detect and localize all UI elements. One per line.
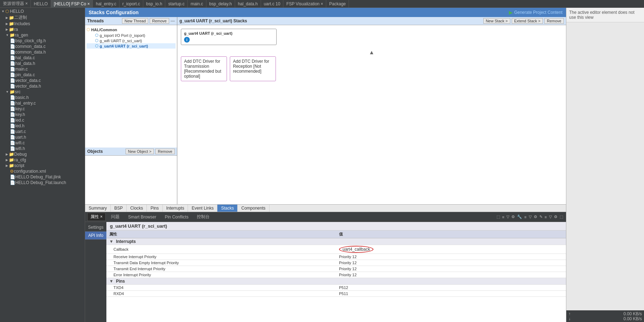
props-tab-smart-browser[interactable]: Smart Browser bbox=[125, 213, 159, 221]
sidebar-item-uart-c[interactable]: 📄 uart.c bbox=[0, 129, 85, 134]
tab-main[interactable]: main.c bbox=[188, 0, 206, 8]
sidebar-item-script[interactable]: ▶ 📁 script bbox=[0, 163, 85, 168]
new-object-button[interactable]: New Object > bbox=[126, 149, 154, 154]
sidebar-item-led-c[interactable]: 📄 led.c bbox=[0, 117, 85, 123]
dtc-transmit-block[interactable]: Add DTC Driver for Transmission [Recomme… bbox=[181, 56, 227, 81]
props-toolbar-icon-10[interactable]: ≡ bbox=[544, 215, 548, 220]
props-toolbar-icon-1[interactable]: ⬚ bbox=[496, 214, 501, 220]
info-icon[interactable]: i bbox=[184, 37, 190, 43]
props-toolbar-icon-7[interactable]: ▽ bbox=[528, 214, 532, 220]
thread-icon: ⬡ bbox=[95, 44, 99, 48]
new-stack-button[interactable]: New Stack > bbox=[483, 18, 510, 24]
new-thread-button[interactable]: New Thread bbox=[122, 18, 148, 24]
sidebar-item-ra-cfg[interactable]: ▶ 📁 ra_cfg bbox=[0, 157, 85, 163]
sidebar-item-basic-h[interactable]: 📄 basic.h bbox=[0, 95, 85, 100]
tab-hello[interactable]: HELLO bbox=[31, 0, 51, 8]
minimize-threads-icon[interactable]: — bbox=[171, 18, 175, 23]
tab-fsp-co[interactable]: [HELLO] FSP Co × bbox=[51, 0, 93, 8]
sidebar-item-bsp-clock[interactable]: 📄 bsp_clock_cfg.h bbox=[0, 38, 85, 44]
sidebar-item-binary[interactable]: ▶ 📁 二进制 bbox=[0, 14, 85, 21]
sidebar-item-vector-data-h[interactable]: 📄 vector_data.h bbox=[0, 83, 85, 89]
row-transmit-empty-interrupt[interactable]: Transmit Data Empty Interrupt Priority P… bbox=[106, 260, 566, 266]
tab-hal-entry[interactable]: hal_entry.c bbox=[93, 0, 120, 8]
props-tab-console[interactable]: 控制台 bbox=[194, 213, 213, 221]
props-toolbar-icon-12[interactable]: ⚙ bbox=[553, 214, 558, 220]
thread-item-uart4[interactable]: ⬡ g_uart4 UART (r_sci_uart) bbox=[87, 43, 176, 49]
dtc-receive-block[interactable]: Add DTC Driver for Reception [Not recomm… bbox=[230, 56, 276, 81]
props-toolbar-icon-9[interactable]: ✎ bbox=[539, 214, 543, 220]
tab-r-ioport[interactable]: r_ioport.c bbox=[120, 0, 143, 8]
props-side-tab-api-info[interactable]: API Info bbox=[85, 232, 106, 240]
tab-fsp-visualization[interactable]: FSP Visualization × bbox=[283, 0, 326, 8]
props-toolbar-icon-6[interactable]: ≡ bbox=[523, 215, 527, 220]
props-toolbar-icon-8[interactable]: ⚙ bbox=[533, 214, 538, 220]
sidebar-item-main-c[interactable]: 📄 main.c bbox=[0, 66, 85, 72]
tab-bsp[interactable]: BSP bbox=[111, 205, 127, 212]
sidebar-item-uart-h[interactable]: 📄 uart.h bbox=[0, 134, 85, 140]
row-error-interrupt[interactable]: Error Interrupt Priority Priority 12 bbox=[106, 272, 566, 278]
row-transmit-end-interrupt[interactable]: Transmit End Interrupt Priority Priority… bbox=[106, 266, 566, 272]
props-toolbar-icon-13[interactable]: ⬚ bbox=[559, 214, 564, 220]
props-toolbar-icon-11[interactable]: ▽ bbox=[548, 214, 553, 220]
sidebar-item-hello[interactable]: ▼ ⬡ HELLO bbox=[0, 9, 85, 14]
tab-bsp-delay[interactable]: bsp_delay.h bbox=[206, 0, 235, 8]
tab-clocks[interactable]: Clocks bbox=[127, 205, 147, 212]
row-callback[interactable]: Callback uart4_callback bbox=[106, 245, 566, 254]
sidebar-item-jlink[interactable]: 📄 HELLO Debug_Flat.jlink bbox=[0, 174, 85, 180]
generate-project-button[interactable]: Generate Project Content bbox=[509, 10, 562, 15]
tab-components[interactable]: Components bbox=[238, 205, 269, 212]
tab-event-links[interactable]: Event Links bbox=[188, 205, 217, 212]
tab-stacks[interactable]: Stacks bbox=[217, 205, 238, 212]
sidebar-item-ra[interactable]: ▶ 📁 ra bbox=[0, 27, 85, 32]
sidebar-item-launch[interactable]: 📄 HELLO Debug_Flat.launch bbox=[0, 180, 85, 185]
sidebar-item-ra-gen[interactable]: ▼ 📁 ra_gen bbox=[0, 32, 85, 38]
remove-thread-button[interactable]: Remove bbox=[150, 18, 169, 24]
props-tab-issues[interactable]: 问题 bbox=[108, 213, 123, 221]
thread-item-wifi-uart[interactable]: ⬡ g_wifi UART (r_sci_uart) bbox=[87, 38, 176, 43]
speed-bar: ↑ 0.00 KB/s ↓ 0.00 KB/s bbox=[566, 310, 644, 322]
sidebar-item-wifi-c[interactable]: 📄 wifi.c bbox=[0, 140, 85, 146]
props-toolbar-icon-2[interactable]: ≡ bbox=[501, 215, 505, 220]
sidebar-item-vector-data-c[interactable]: 📄 vector_data.c bbox=[0, 78, 85, 83]
value-callback[interactable]: uart4_callback bbox=[336, 245, 566, 254]
sidebar-item-includes[interactable]: ▶ 📁 Includes bbox=[0, 21, 85, 27]
remove-stack-button[interactable]: Remove bbox=[544, 18, 564, 24]
sidebar-item-key-h[interactable]: 📄 key.h bbox=[0, 112, 85, 117]
props-side-tab-settings[interactable]: Settings bbox=[85, 223, 106, 232]
tab-interrupts[interactable]: Interrupts bbox=[163, 205, 188, 212]
sidebar-item-common-data-c[interactable]: 📄 common_data.c bbox=[0, 44, 85, 49]
sidebar-item-wifi-h[interactable]: 📄 wifi.h bbox=[0, 146, 85, 151]
sidebar-item-key-c[interactable]: 📄 key.c bbox=[0, 106, 85, 112]
row-txd4[interactable]: TXD4 P512 bbox=[106, 285, 566, 291]
sidebar-item-src[interactable]: ▼ 📁 src bbox=[0, 89, 85, 95]
uart-main-block[interactable]: g_uart4 UART (r_sci_uart) i bbox=[181, 29, 277, 45]
sidebar-item-hal-data-h[interactable]: 📄 hal_data.h bbox=[0, 61, 85, 66]
sidebar-item-configuration-xml[interactable]: ⚙ configuration.xml bbox=[0, 168, 85, 174]
row-receive-interrupt[interactable]: Receive Interrupt Priority Priority 12 bbox=[106, 254, 566, 260]
row-rxd4[interactable]: RXD4 P511 bbox=[106, 291, 566, 297]
tab-uart-c[interactable]: uart.c 10 bbox=[261, 0, 284, 8]
extend-stack-button[interactable]: Extend Stack > bbox=[512, 18, 543, 24]
sidebar-item-hal-data-c[interactable]: 📄 hal_data.c bbox=[0, 55, 85, 61]
props-toolbar-icon-4[interactable]: ⚙ bbox=[511, 214, 516, 220]
tab-hal-data-h[interactable]: hal_data.h bbox=[235, 0, 261, 8]
file-icon: 📄 bbox=[10, 50, 15, 55]
props-tab-pin-conflicts[interactable]: Pin Conflicts bbox=[162, 213, 192, 221]
sidebar-item-led-h[interactable]: 📄 led.h bbox=[0, 123, 85, 129]
props-toolbar-icon-3[interactable]: ▽ bbox=[506, 214, 510, 220]
tab-pins[interactable]: Pins bbox=[147, 205, 162, 212]
callback-value: uart4_callback bbox=[339, 246, 373, 253]
tab-summary[interactable]: Summary bbox=[85, 205, 111, 212]
props-tab-properties[interactable]: 属性 × bbox=[87, 213, 106, 221]
tab-startup[interactable]: startup.c bbox=[165, 0, 188, 8]
tab-package[interactable]: Package bbox=[326, 0, 349, 8]
sidebar-item-debug[interactable]: ▶ 📁 Debug bbox=[0, 151, 85, 157]
thread-item-ioport[interactable]: ⬡ g_ioport I/O Port (r_ioport) bbox=[87, 33, 176, 38]
sidebar-item-hal-entry-c[interactable]: 📄 hal_entry.c bbox=[0, 100, 85, 106]
tab-resource-explorer[interactable]: 资源管理器 × bbox=[0, 0, 31, 8]
sidebar-item-common-data-h[interactable]: 📄 common_data.h bbox=[0, 49, 85, 55]
props-toolbar-icon-5[interactable]: 🔧 bbox=[516, 214, 523, 220]
tab-bsp-io[interactable]: bsp_io.h bbox=[143, 0, 165, 8]
sidebar-item-pin-data-c[interactable]: 📄 pin_data.c bbox=[0, 72, 85, 78]
remove-object-button[interactable]: Remove bbox=[155, 149, 175, 154]
